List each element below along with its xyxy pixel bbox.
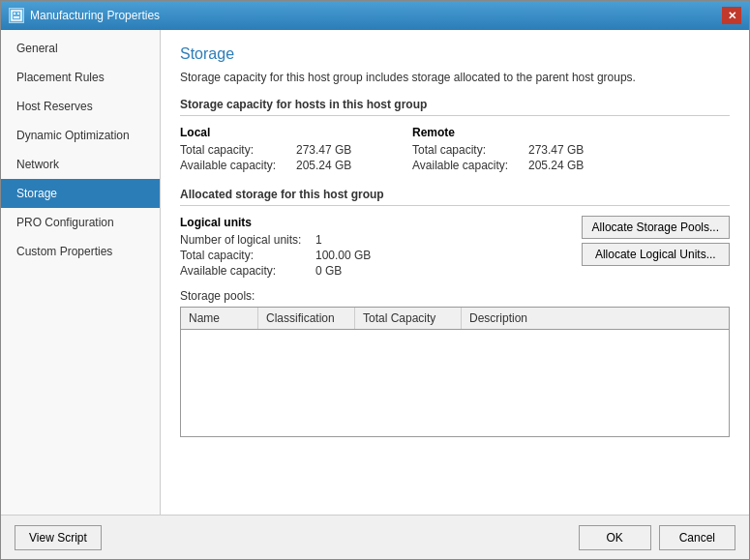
svg-rect-1 <box>14 13 15 15</box>
host-capacity-header: Storage capacity for hosts in this host … <box>180 98 730 116</box>
svg-rect-0 <box>12 11 21 20</box>
cancel-button[interactable]: Cancel <box>659 525 735 550</box>
col-header-classification: Classification <box>258 308 355 329</box>
remote-avail-row: Available capacity: 205.24 GB <box>412 159 606 172</box>
total-cap-row: Total capacity: 100.00 GB <box>180 249 371 262</box>
col-header-name: Name <box>181 308 258 329</box>
sidebar: General Placement Rules Host Reserves Dy… <box>1 30 161 515</box>
dialog-footer: View Script OK Cancel <box>1 515 749 559</box>
sidebar-item-pro-configuration[interactable]: PRO Configuration <box>1 208 160 237</box>
sidebar-item-general[interactable]: General <box>1 34 160 63</box>
sidebar-item-custom-properties[interactable]: Custom Properties <box>1 237 160 266</box>
sidebar-item-host-reserves[interactable]: Host Reserves <box>1 92 160 121</box>
remote-total-val: 273.47 GB <box>528 143 584 157</box>
allocated-header: Allocated storage for this host group <box>180 188 730 206</box>
table-header: Name Classification Total Capacity Descr… <box>181 308 729 330</box>
remote-avail-val: 205.24 GB <box>528 159 584 172</box>
col-header-total-capacity: Total Capacity <box>355 308 462 329</box>
title-bar: Manufacturing Properties ✕ <box>1 1 749 30</box>
sidebar-item-network[interactable]: Network <box>1 150 160 179</box>
remote-avail-key: Available capacity: <box>412 159 528 172</box>
storage-pools-table: Name Classification Total Capacity Descr… <box>180 307 730 437</box>
title-bar-left: Manufacturing Properties <box>9 8 160 23</box>
main-content: Storage Storage capacity for this host g… <box>161 30 749 515</box>
remote-total-row: Total capacity: 273.47 GB <box>412 143 606 157</box>
allocated-header-row: Logical units Number of logical units: 1… <box>180 216 730 280</box>
avail-cap-key: Available capacity: <box>180 264 315 278</box>
local-total-key: Total capacity: <box>180 143 296 157</box>
local-capacity-col: Local Total capacity: 273.47 GB Availabl… <box>180 126 374 174</box>
logical-units-label: Logical units <box>180 216 371 229</box>
svg-rect-3 <box>14 16 19 18</box>
local-avail-val: 205.24 GB <box>296 159 351 172</box>
allocated-section: Allocated storage for this host group Lo… <box>180 188 730 437</box>
remote-total-key: Total capacity: <box>412 143 528 157</box>
storage-pools-label: Storage pools: <box>180 289 730 303</box>
table-body <box>181 330 729 436</box>
capacity-grid: Local Total capacity: 273.47 GB Availabl… <box>180 126 730 174</box>
allocate-logical-units-button[interactable]: Allocate Logical Units... <box>582 243 730 266</box>
view-script-button[interactable]: View Script <box>15 525 102 550</box>
avail-cap-row: Available capacity: 0 GB <box>180 264 371 278</box>
num-logical-key: Number of logical units: <box>180 233 315 247</box>
sidebar-item-storage[interactable]: Storage <box>1 179 160 208</box>
description: Storage capacity for this host group inc… <box>180 71 730 84</box>
footer-buttons: OK Cancel <box>579 525 735 550</box>
num-logical-row: Number of logical units: 1 <box>180 233 371 247</box>
svg-rect-2 <box>17 13 19 15</box>
ok-button[interactable]: OK <box>579 525 651 550</box>
close-button[interactable]: ✕ <box>722 7 741 24</box>
page-title: Storage <box>180 45 730 63</box>
total-cap-val: 100.00 GB <box>315 249 371 262</box>
local-avail-row: Available capacity: 205.24 GB <box>180 159 374 172</box>
local-total-val: 273.47 GB <box>296 143 351 157</box>
dialog-body: General Placement Rules Host Reserves Dy… <box>1 30 749 515</box>
allocated-left: Logical units Number of logical units: 1… <box>180 216 371 280</box>
remote-label: Remote <box>412 126 606 139</box>
local-avail-key: Available capacity: <box>180 159 296 172</box>
num-logical-val: 1 <box>315 233 322 247</box>
col-header-description: Description <box>462 308 729 329</box>
local-total-row: Total capacity: 273.47 GB <box>180 143 374 157</box>
dialog-icon <box>9 8 24 23</box>
avail-cap-val: 0 GB <box>315 264 342 278</box>
local-label: Local <box>180 126 374 139</box>
allocated-right: Allocate Storage Pools... Allocate Logic… <box>582 216 730 266</box>
total-cap-key: Total capacity: <box>180 249 315 262</box>
remote-capacity-col: Remote Total capacity: 273.47 GB Availab… <box>412 126 606 174</box>
allocate-storage-pools-button[interactable]: Allocate Storage Pools... <box>582 216 730 239</box>
dialog-window: Manufacturing Properties ✕ General Place… <box>0 0 750 560</box>
dialog-title: Manufacturing Properties <box>30 9 160 22</box>
sidebar-item-placement-rules[interactable]: Placement Rules <box>1 63 160 92</box>
sidebar-item-dynamic-optimization[interactable]: Dynamic Optimization <box>1 121 160 150</box>
